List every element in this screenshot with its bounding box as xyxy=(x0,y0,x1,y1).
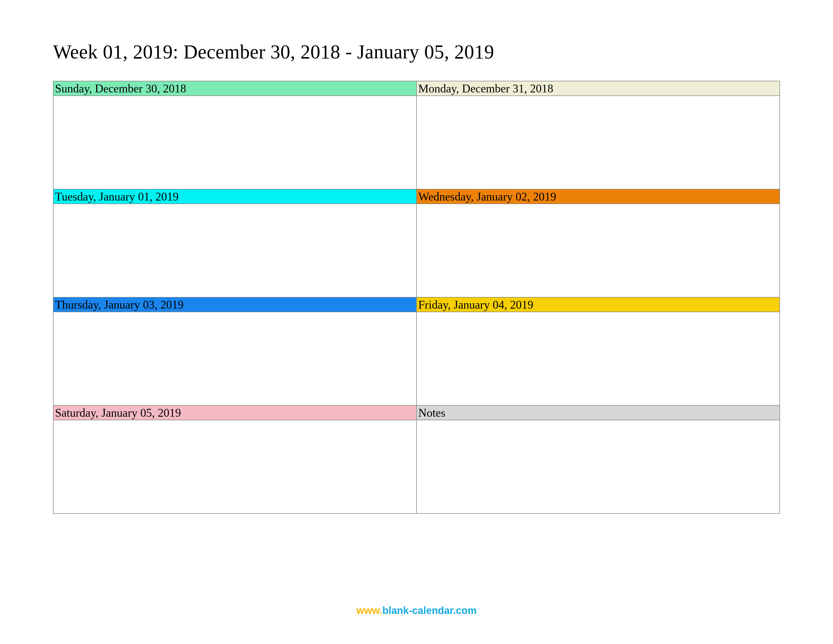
day-body-wednesday[interactable] xyxy=(417,204,780,298)
day-body-sunday[interactable] xyxy=(53,96,417,189)
page-title: Week 01, 2019: December 30, 2018 - Janua… xyxy=(53,40,780,63)
notes-body[interactable] xyxy=(417,420,780,514)
day-body-monday[interactable] xyxy=(417,96,780,189)
footer-link-domain: blank-calendar.com xyxy=(383,605,477,616)
day-header-tuesday: Tuesday, January 01, 2019 xyxy=(53,189,417,204)
day-header-monday: Monday, December 31, 2018 xyxy=(417,81,780,96)
weekly-planner-page: Week 01, 2019: December 30, 2018 - Janua… xyxy=(0,0,833,644)
day-header-sunday: Sunday, December 30, 2018 xyxy=(53,81,417,96)
day-body-friday[interactable] xyxy=(417,312,780,406)
footer-link[interactable]: www.blank-calendar.com xyxy=(0,605,833,616)
day-header-saturday: Saturday, January 05, 2019 xyxy=(53,406,417,420)
notes-header: Notes xyxy=(417,406,780,420)
week-grid: Sunday, December 30, 2018 Monday, Decemb… xyxy=(53,81,780,514)
day-header-wednesday: Wednesday, January 02, 2019 xyxy=(417,189,780,204)
day-header-friday: Friday, January 04, 2019 xyxy=(417,298,780,312)
day-body-saturday[interactable] xyxy=(53,420,417,514)
day-body-thursday[interactable] xyxy=(53,312,417,406)
day-body-tuesday[interactable] xyxy=(53,204,417,298)
footer-link-prefix: www. xyxy=(356,605,383,616)
day-header-thursday: Thursday, January 03, 2019 xyxy=(53,298,417,312)
